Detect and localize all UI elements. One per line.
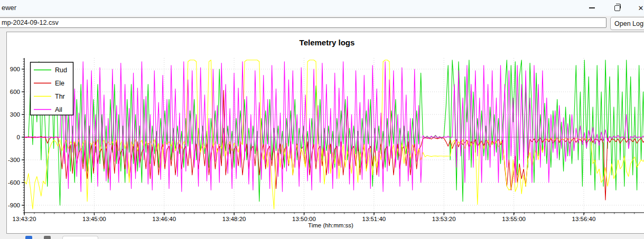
plot-tool-button-2[interactable] [44,236,51,239]
bottom-toolbar [0,235,644,239]
window-title: ewer [2,4,16,12]
minimize-button[interactable] [581,0,602,16]
open-logfile-button[interactable]: Open LogFile [610,17,644,30]
restore-icon [614,5,620,11]
minimize-icon [589,7,595,8]
logfile-path-input[interactable] [0,17,606,28]
maximize-restore-button[interactable] [606,0,628,16]
file-toolbar: Open LogFile [0,16,644,31]
plot-tool-button-1[interactable] [25,236,32,239]
plot-tool-button-3[interactable] [62,236,98,239]
close-icon: ✕ [638,5,644,12]
chart-canvas-panel [6,32,644,234]
window-titlebar: ewer ✕ [0,0,644,16]
close-button[interactable]: ✕ [630,0,644,16]
